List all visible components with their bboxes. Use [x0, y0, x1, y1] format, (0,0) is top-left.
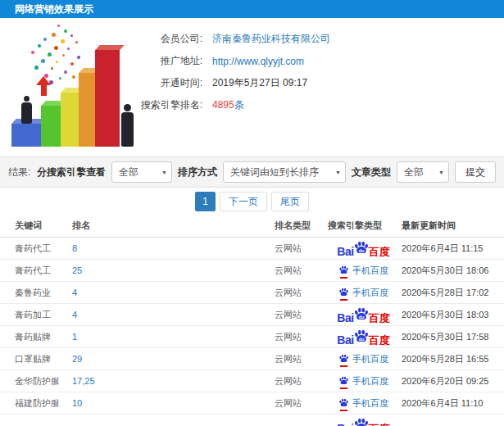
- rank-link[interactable]: 25: [72, 265, 82, 275]
- rank-type-cell: 云网站: [275, 397, 325, 410]
- keyword-cell: 膏药加工: [0, 309, 72, 321]
- confetti-dot: [57, 25, 60, 27]
- updated-time-cell: 2020年5月30日 18:06: [402, 265, 504, 277]
- confetti-dot: [72, 75, 75, 79]
- rank-link[interactable]: 4: [72, 288, 77, 297]
- article-type-label: 文章类型: [352, 165, 391, 179]
- keyword-cell: 膏药贴牌: [0, 331, 72, 343]
- filter-bar: 结果: 分搜索引擎查看 全部 ▼ 排序方式 关键词由短到长排序 ▼ 文章类型 全…: [0, 156, 504, 188]
- keyword-cell: 秦鲁药业: [0, 287, 72, 299]
- baidu-paw-icon: [338, 353, 349, 364]
- keyword-cell: 膏药代工: [0, 265, 72, 277]
- baidu-mobile-logo: 手机百度: [338, 397, 388, 410]
- promo-url-label: 推广地址:: [111, 54, 202, 68]
- open-time-label: 开通时间:: [111, 76, 202, 90]
- confetti-dot: [44, 74, 48, 78]
- promo-url-link[interactable]: http://www.qlyyjt.com: [212, 56, 304, 67]
- rank-type-cell: 云网站: [275, 353, 325, 365]
- member-company-label: 会员公司:: [111, 32, 202, 46]
- baidu-mobile-logo: 手机百度: [338, 353, 388, 365]
- baidu-pc-logo: Bai du 百度: [337, 239, 389, 257]
- table-row: 福建防护服 10 云网站 手机百度 2020年6月4日 11:10: [0, 392, 504, 415]
- baidu-mobile-logo: 手机百度: [338, 375, 388, 387]
- rank-link[interactable]: 4: [72, 310, 77, 320]
- updated-time-cell: 2020年5月30日 18:03: [402, 309, 504, 321]
- svg-text:du: du: [358, 315, 365, 320]
- page-button-current[interactable]: 1: [195, 192, 216, 211]
- promo-url-row: 推广地址: http://www.qlyyjt.com: [111, 50, 330, 72]
- engine-type-cell: 手机百度: [325, 265, 402, 277]
- baidu-pc-logo: Bai du 百度: [337, 306, 389, 324]
- confetti-dot: [56, 61, 58, 63]
- header-keyword: 关键词: [0, 220, 72, 232]
- svg-text:du: du: [358, 248, 365, 253]
- baidu-paw-icon: [338, 375, 349, 386]
- table-row: Bai du 百度: [0, 415, 504, 426]
- member-company-link[interactable]: 济南秦鲁药业科技有限公司: [212, 33, 330, 44]
- confetti-dot: [61, 39, 65, 43]
- confetti-dot: [51, 67, 53, 70]
- chart-bar-blue: [11, 124, 43, 147]
- rank-link[interactable]: 1: [72, 332, 77, 342]
- rank-type-cell: 云网站: [275, 309, 325, 321]
- confetti-dot: [62, 54, 65, 57]
- confetti-dot: [70, 62, 74, 66]
- chevron-down-icon: ▼: [438, 162, 444, 184]
- confetti-dot: [75, 41, 78, 43]
- rank-link[interactable]: 8: [72, 243, 77, 253]
- confetti-dot: [59, 77, 61, 79]
- confetti-dot: [31, 51, 34, 54]
- confetti-dot: [43, 38, 47, 41]
- baidu-paw-icon: du: [353, 328, 370, 344]
- rank-type-cell: 云网站: [275, 265, 325, 277]
- header-engine-type: 搜索引擎类型: [325, 220, 402, 232]
- baidu-paw-icon: [338, 287, 349, 297]
- engine-type-cell: Bai du 百度: [325, 416, 402, 426]
- pagination: 1 下一页 尾页: [0, 188, 504, 215]
- engine-type-cell: Bai du 百度: [325, 306, 402, 324]
- table-row: 秦鲁药业 4 云网站 手机百度 2020年5月28日 17:02: [0, 282, 504, 304]
- engine-rank-label: 搜索引擎排名:: [111, 98, 202, 112]
- confetti-dot: [77, 56, 80, 59]
- table-row: 口罩贴牌 29 云网站 手机百度 2020年5月28日 16:55: [0, 348, 504, 370]
- baidu-paw-icon: [338, 397, 349, 408]
- confetti-dot: [49, 80, 53, 84]
- next-page-button[interactable]: 下一页: [220, 192, 267, 211]
- results-table: 关键词 排名 排名类型 搜索引擎类型 最新更新时间 膏药代工 8 云网站 Bai…: [0, 215, 504, 426]
- rank-type-cell: 云网站: [275, 375, 325, 387]
- chevron-down-icon: ▼: [335, 162, 341, 184]
- baidu-paw-icon: du: [353, 416, 370, 426]
- engine-type-cell: 手机百度: [325, 397, 402, 410]
- keyword-cell: 口罩贴牌: [0, 353, 72, 365]
- sort-filter-select[interactable]: 关键词由短到长排序 ▼: [223, 161, 346, 183]
- engine-rank-count: 4895: [212, 99, 234, 111]
- table-row: 膏药代工 25 云网站 手机百度 2020年5月30日 18:06: [0, 260, 504, 282]
- baidu-pc-logo: Bai du 百度: [337, 416, 389, 426]
- last-page-button[interactable]: 尾页: [271, 192, 309, 211]
- updated-time-cell: 2020年5月28日 17:02: [402, 287, 504, 299]
- confetti-dot: [48, 52, 52, 57]
- engine-filter-select[interactable]: 全部 ▼: [111, 161, 172, 183]
- updated-time-cell: 2020年6月20日 09:25: [402, 375, 504, 387]
- rank-link[interactable]: 29: [72, 354, 82, 364]
- open-time-row: 开通时间: 2019年5月27日 09:17: [111, 72, 330, 94]
- table-row: 金华防护服 17,25 云网站 手机百度 2020年6月20日 09:25: [0, 370, 504, 392]
- baidu-paw-icon: du: [353, 306, 370, 322]
- submit-button[interactable]: 提交: [455, 161, 496, 183]
- baidu-paw-icon: [338, 265, 349, 275]
- confetti-dot: [52, 33, 56, 37]
- rank-link[interactable]: 10: [72, 398, 82, 408]
- article-type-select[interactable]: 全部 ▼: [397, 161, 449, 183]
- updated-time-cell: 2020年5月28日 16:55: [402, 353, 504, 365]
- engine-type-cell: Bai du 百度: [325, 239, 402, 257]
- confetti-dot: [34, 66, 39, 70]
- confetti-dot: [38, 44, 41, 48]
- confetti-dot: [67, 48, 70, 50]
- member-company-row: 会员公司: 济南秦鲁药业科技有限公司: [111, 28, 330, 50]
- businessman-figure: [20, 96, 33, 124]
- confetti-dot: [64, 70, 67, 74]
- baidu-mobile-logo: 手机百度: [338, 265, 388, 277]
- engine-type-cell: 手机百度: [325, 353, 402, 365]
- confetti-dot: [54, 46, 58, 50]
- rank-link[interactable]: 17,25: [72, 376, 95, 386]
